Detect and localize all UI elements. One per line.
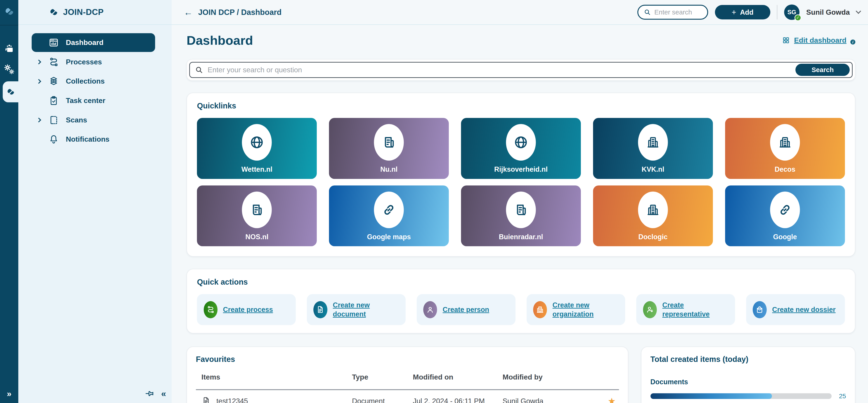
quick-action-create-new-document[interactable]: Create new document [307, 294, 406, 325]
quicklinks-panel: Quicklinks Wetten.nl Nu.nl Rijksoverh [187, 93, 855, 257]
quick-action-create-representative[interactable]: Create representative [636, 294, 735, 325]
dashboard-icon [48, 37, 59, 48]
add-button[interactable]: + Add [715, 5, 770, 20]
column-header-type: Type [352, 373, 413, 381]
app-root: » JOIN-DCP Dashboard Processes [0, 0, 868, 403]
pin-sidebar-icon[interactable] [144, 388, 155, 399]
icon-rail: » [0, 0, 18, 403]
quick-action-create-new-organization[interactable]: Create new organization [527, 294, 625, 325]
favourite-star-icon[interactable]: ★ [608, 397, 623, 403]
chevron-right-icon[interactable] [37, 80, 45, 83]
dashboard-search-card: Search [187, 59, 855, 81]
table-row[interactable]: test12345 Document Jul 2, 2024 - 06:11 P… [196, 390, 619, 403]
quicklink-buienradar[interactable]: Buienradar.nl [461, 186, 581, 246]
document-icon [316, 305, 325, 314]
item-modified-by: Sunil Gowda [503, 397, 608, 403]
sidebar: JOIN-DCP Dashboard Processes Collections [18, 0, 172, 403]
search-icon [644, 8, 651, 16]
favourites-title: Favourites [196, 355, 619, 364]
quicklink-wetten[interactable]: Wetten.nl [197, 118, 317, 179]
person-icon [426, 305, 435, 314]
quicklink-nu[interactable]: Nu.nl [329, 118, 449, 179]
app-logo-icon [49, 7, 59, 17]
user-avatar[interactable]: SG ✓ [784, 4, 800, 20]
newspaper-icon [514, 202, 528, 217]
sidebar-item-notifications[interactable]: Notifications [32, 130, 155, 148]
building-icon [778, 135, 793, 150]
favourites-table-header: Items Type Modified on Modified by [196, 373, 619, 389]
totals-title: Total created items (today) [650, 355, 846, 364]
sidebar-footer: « [144, 388, 166, 399]
route-icon [206, 305, 215, 314]
app-logo-icon [6, 87, 16, 97]
quick-action-create-person[interactable]: Create person [417, 294, 516, 325]
link-icon [381, 202, 396, 217]
route-icon [48, 57, 59, 68]
workspace-apps-icon[interactable] [0, 43, 18, 54]
back-arrow-icon[interactable]: ← [184, 8, 193, 17]
chevron-right-icon[interactable] [37, 60, 45, 64]
quicklink-decos[interactable]: Decos [725, 118, 845, 179]
decos-logo-icon [0, 6, 18, 17]
dashboard-content: Dashboard Edit dashboard i Search [172, 25, 868, 403]
user-name[interactable]: Sunil Gowda [806, 8, 850, 16]
dashboard-search-field[interactable]: Search [189, 62, 852, 78]
globe-icon [249, 135, 264, 150]
document-icon [202, 396, 211, 403]
search-icon [195, 66, 203, 74]
column-header-modified-on: Modified on [413, 373, 503, 381]
documents-progress-bar [650, 393, 832, 399]
column-header-modified-by: Modified by [503, 373, 608, 381]
search-button[interactable]: Search [796, 64, 850, 76]
quicklink-doclogic[interactable]: Doclogic [593, 186, 713, 246]
quick-action-create-process[interactable]: Create process [197, 294, 296, 325]
quicklink-google[interactable]: Google [725, 186, 845, 246]
dossier-icon [755, 305, 764, 314]
clipboard-check-icon [48, 95, 59, 106]
favourites-panel: Favourites Items Type Modified on Modifi… [187, 346, 628, 403]
quicklink-rijksoverheid[interactable]: Rijksoverheid.nl [461, 118, 581, 179]
item-type: Document [352, 397, 413, 403]
item-modified-on: Jul 2, 2024 - 06:11 PM [413, 397, 503, 403]
quicklink-google-maps[interactable]: Google maps [329, 186, 449, 246]
sidebar-item-dashboard[interactable]: Dashboard [32, 33, 155, 52]
main-area: ← JOIN DCP / Dashboard + Add SG ✓ [172, 0, 868, 403]
topbar-divider [777, 5, 777, 20]
item-name[interactable]: test12345 [216, 397, 248, 403]
chevron-down-icon[interactable] [856, 8, 861, 14]
page-title: Dashboard [187, 33, 253, 48]
sidebar-header: JOIN-DCP [18, 0, 172, 25]
global-search-input[interactable] [654, 8, 702, 16]
globe-icon [514, 135, 528, 150]
column-header-items: Items [202, 373, 352, 381]
topbar: ← JOIN DCP / Dashboard + Add SG ✓ [172, 0, 868, 25]
online-status-badge: ✓ [795, 14, 801, 21]
quick-action-create-new-dossier[interactable]: Create new dossier [746, 294, 845, 325]
quicklink-nos[interactable]: NOS.nl [197, 186, 317, 246]
rail-active-app-tab[interactable] [3, 81, 18, 102]
sidebar-item-collections[interactable]: Collections [32, 72, 155, 91]
edit-dashboard-link[interactable]: Edit dashboard i [782, 36, 855, 44]
sidebar-menu: Dashboard Processes Collections Task cen… [18, 25, 172, 149]
dashboard-search-input[interactable] [208, 66, 791, 74]
building-icon [536, 305, 545, 314]
link-icon [778, 202, 793, 217]
info-icon[interactable]: i [850, 39, 855, 44]
sidebar-item-scans[interactable]: Scans [32, 111, 155, 129]
metric-label-documents: Documents [650, 378, 846, 386]
breadcrumb: JOIN DCP / Dashboard [198, 8, 282, 17]
newspaper-icon [381, 135, 396, 150]
scan-document-icon [48, 114, 59, 126]
quicklink-kvk[interactable]: KVK.nl [593, 118, 713, 179]
collapse-sidebar-icon[interactable]: « [161, 389, 166, 398]
quick-actions-title: Quick actions [197, 278, 845, 287]
sidebar-item-task-center[interactable]: Task center [32, 91, 155, 110]
sidebar-item-processes[interactable]: Processes [32, 53, 155, 71]
expand-rail-icon[interactable]: » [0, 389, 18, 399]
layers-icon [48, 76, 59, 87]
total-created-items-panel: Total created items (today) Documents 25 [641, 346, 855, 403]
chevron-right-icon[interactable] [37, 119, 45, 122]
settings-gears-icon[interactable] [0, 64, 18, 75]
global-search-field[interactable] [638, 5, 708, 20]
building-icon [646, 135, 660, 150]
